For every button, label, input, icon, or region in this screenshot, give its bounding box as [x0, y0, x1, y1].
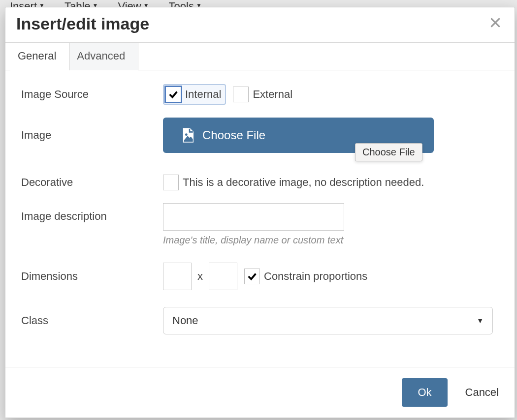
input-image-description[interactable]: [163, 203, 344, 231]
label-image-description: Image description: [21, 203, 163, 223]
tooltip-choose-file: Choose File: [355, 143, 422, 161]
checkbox-decorative[interactable]: [163, 175, 179, 190]
checkbox-constrain[interactable]: [244, 269, 260, 284]
choose-file-label: Choose File: [202, 128, 265, 142]
label-dimensions: Dimensions: [21, 270, 163, 283]
dialog-footer: Ok Cancel: [5, 367, 515, 418]
dimensions-separator: x: [197, 270, 203, 283]
image-file-icon: [180, 127, 195, 143]
close-button[interactable]: [487, 14, 504, 33]
label-external: External: [253, 88, 292, 101]
label-image: Image: [21, 129, 163, 142]
label-decorative: Decorative: [21, 176, 163, 189]
select-class[interactable]: None ▼: [163, 307, 493, 334]
tabs: General Advanced: [5, 42, 515, 70]
input-height[interactable]: [209, 263, 237, 290]
chevron-down-icon: ▼: [477, 317, 484, 325]
text-decorative: This is a decorative image, no descripti…: [183, 176, 424, 189]
label-image-source: Image Source: [21, 88, 163, 101]
source-internal-group: Internal: [163, 84, 226, 105]
insert-image-dialog: Insert/edit image General Advanced Image…: [5, 7, 515, 418]
checkbox-internal[interactable]: [165, 87, 181, 102]
label-internal: Internal: [185, 88, 221, 101]
input-width[interactable]: [163, 263, 192, 290]
cancel-button[interactable]: Cancel: [463, 382, 501, 403]
form-area: Image Source Internal External Image: [5, 70, 515, 367]
tab-general[interactable]: General: [10, 43, 69, 70]
help-image-description: Image's title, display name or custom te…: [163, 235, 499, 246]
dialog-header: Insert/edit image: [5, 7, 515, 42]
check-icon: [247, 271, 258, 282]
checkbox-external[interactable]: [233, 87, 249, 102]
label-class: Class: [21, 314, 163, 327]
close-icon: [489, 16, 502, 29]
tab-advanced[interactable]: Advanced: [69, 43, 138, 70]
check-icon: [168, 89, 179, 100]
select-class-value: None: [172, 314, 198, 327]
svg-point-0: [185, 133, 188, 136]
label-constrain: Constrain proportions: [264, 270, 367, 283]
ok-button[interactable]: Ok: [402, 378, 447, 407]
dialog-title: Insert/edit image: [16, 14, 149, 33]
